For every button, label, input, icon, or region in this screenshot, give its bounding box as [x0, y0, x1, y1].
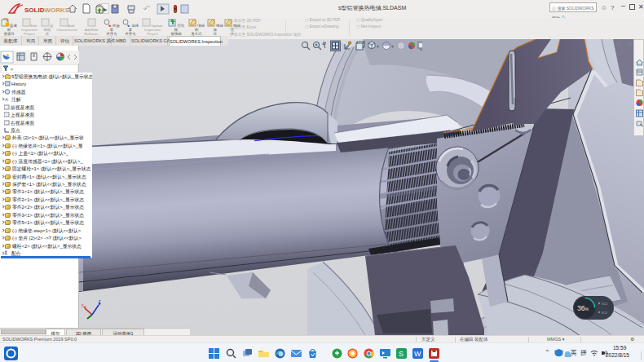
svg-text:W: W	[414, 350, 421, 358]
svg-text:▾: ▾	[11, 67, 13, 72]
svg-text:▾: ▾	[391, 44, 394, 49]
svg-text:SOLIDWORKS: SOLIDWORKS	[24, 7, 70, 14]
svg-text:6CU: 6CU	[602, 302, 607, 306]
svg-text:S: S	[399, 350, 404, 358]
svg-text:▾: ▾	[377, 44, 379, 49]
svg-text:6CU: 6CU	[602, 311, 607, 315]
svg-text:A: A	[5, 97, 8, 102]
